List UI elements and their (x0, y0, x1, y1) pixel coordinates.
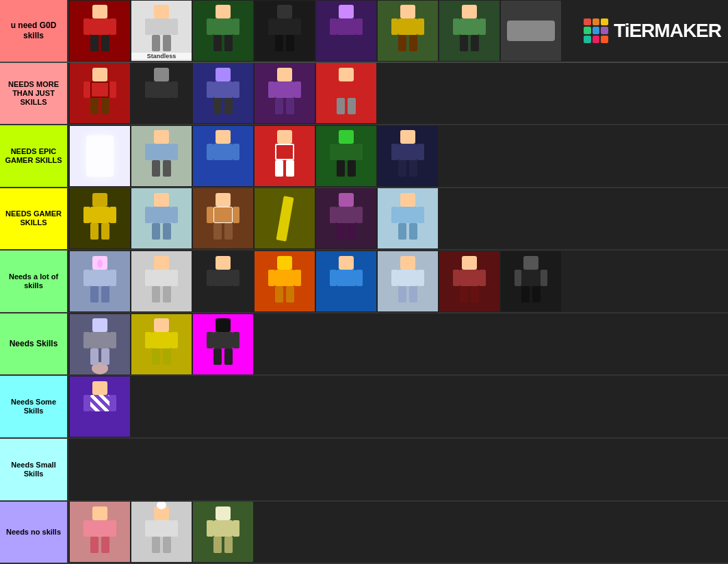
tier-item[interactable] (255, 126, 315, 186)
tier-item[interactable] (193, 314, 253, 374)
tier-row-c: NEEDS GAMER SKILLS (0, 188, 728, 251)
logo-cell (593, 27, 600, 34)
tier-item[interactable] (193, 251, 253, 311)
tier-item[interactable] (255, 63, 315, 123)
tier-content-d (68, 251, 728, 312)
tier-item[interactable] (378, 251, 438, 311)
tier-item[interactable] (439, 251, 499, 311)
tier-item[interactable] (70, 251, 130, 311)
tier-label-s: u need G0D skills (0, 0, 68, 62)
logo-cell (584, 36, 591, 43)
tier-item[interactable] (131, 63, 192, 123)
tier-item[interactable] (131, 188, 192, 248)
tier-content-e (68, 313, 728, 375)
tier-list: u need G0D skills (0, 0, 728, 564)
tier-content-b (68, 125, 728, 187)
tier-item[interactable] (316, 1, 376, 61)
tier-item[interactable] (255, 1, 315, 61)
tier-item[interactable] (70, 188, 130, 248)
tier-item[interactable] (316, 188, 376, 248)
logo-cell (593, 36, 600, 43)
tier-item[interactable] (255, 251, 315, 311)
logo-cell (593, 18, 600, 26)
tier-item-standless[interactable]: Standless (131, 1, 192, 61)
tier-label-f: Needs Some Skills (0, 376, 68, 437)
tier-item[interactable] (70, 63, 130, 123)
tier-item[interactable] (70, 376, 130, 437)
logo-cell (601, 27, 608, 34)
tier-row-d: Needs a lot of skills (0, 251, 728, 313)
tiermaker-logo: TiERMAKER (584, 18, 721, 43)
logo-cell (584, 18, 591, 26)
tier-row-b: NEEDS EPIC GAMER SKILLS (0, 125, 728, 188)
tier-item[interactable] (378, 1, 438, 61)
tier-item[interactable] (70, 1, 130, 61)
tier-item[interactable] (378, 188, 438, 248)
tier-row-e: Needs Skills (0, 313, 728, 376)
tier-item[interactable] (131, 126, 192, 186)
tier-label-c: NEEDS GAMER SKILLS (0, 188, 68, 250)
tier-content-s: Standless (68, 0, 728, 62)
tier-item[interactable] (255, 188, 315, 248)
tier-item[interactable] (316, 63, 376, 123)
tier-row-s: u need G0D skills (0, 0, 728, 63)
tier-item[interactable] (316, 251, 376, 311)
tier-label-a: NEEDS MORE THAN JUST SKILLS (0, 63, 68, 125)
tier-row-h: Needs no skills (0, 502, 728, 565)
tier-item[interactable] (193, 1, 253, 61)
tier-content-a (68, 63, 728, 125)
tier-item[interactable] (131, 502, 192, 562)
tier-item[interactable] (316, 126, 376, 186)
tier-row-f: Needs Some Skills (0, 376, 728, 439)
tier-label-g: Needs Small Skills (0, 439, 68, 500)
tier-item[interactable] (378, 126, 438, 186)
tier-item[interactable] (131, 314, 192, 374)
tier-content-f (68, 376, 728, 437)
tier-label-e: Needs Skills (0, 313, 68, 375)
tier-item[interactable] (131, 251, 192, 311)
tier-item[interactable] (70, 314, 130, 374)
tier-content-g (68, 439, 728, 500)
tier-item[interactable] (70, 126, 130, 186)
tier-item[interactable] (193, 502, 253, 562)
logo-grid (584, 18, 608, 43)
tier-item[interactable] (193, 126, 253, 186)
tier-item[interactable] (439, 1, 499, 61)
tier-label-h: Needs no skills (0, 502, 68, 563)
tier-content-c (68, 188, 728, 250)
tier-item[interactable] (193, 188, 253, 248)
logo-cell (601, 36, 608, 43)
tier-row-g: Needs Small Skills (0, 439, 728, 502)
tier-item[interactable] (193, 63, 253, 123)
tier-item[interactable] (501, 251, 561, 311)
tier-item[interactable] (70, 502, 130, 562)
tier-item[interactable] (501, 1, 561, 61)
tier-label-d: Needs a lot of skills (0, 251, 68, 312)
logo-text: TiERMAKER (614, 20, 721, 42)
tier-row-a: NEEDS MORE THAN JUST SKILLS (0, 63, 728, 126)
logo-cell (601, 18, 608, 26)
logo-cell (584, 27, 591, 34)
standless-label: Standless (131, 53, 192, 60)
tier-label-b: NEEDS EPIC GAMER SKILLS (0, 125, 68, 187)
tier-content-h (68, 502, 728, 563)
